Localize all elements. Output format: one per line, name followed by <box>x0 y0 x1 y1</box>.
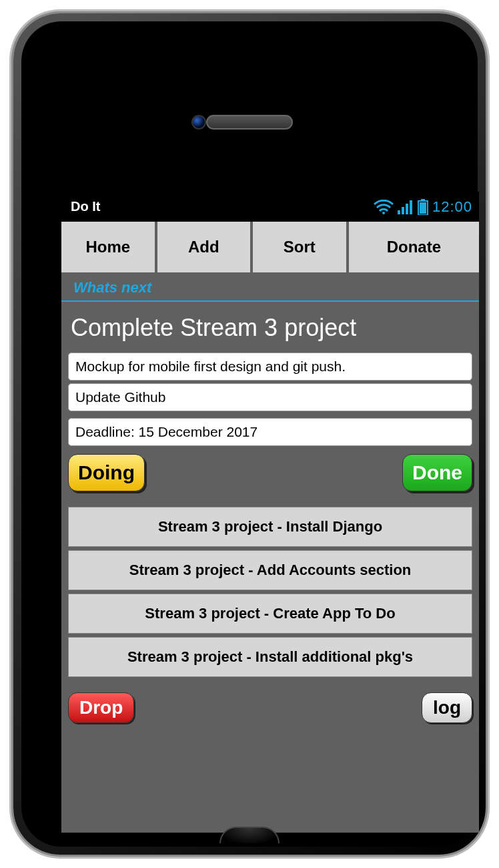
nav-bar: Home Add Sort Donate <box>61 222 479 272</box>
svg-rect-7 <box>420 202 426 214</box>
status-icons: 12:00 <box>374 198 472 216</box>
task-deadline[interactable]: Deadline: 15 December 2017 <box>68 418 472 446</box>
nav-donate-button[interactable]: Donate <box>349 222 479 272</box>
backlog-item[interactable]: Stream 3 project - Create App To Do <box>68 594 472 634</box>
wifi-icon <box>374 200 394 214</box>
svg-rect-3 <box>406 204 408 214</box>
phone-bezel: Do It <box>21 21 478 847</box>
task-deadline-text: Deadline: 15 December 2017 <box>75 424 258 440</box>
section-header: Whats next <box>61 272 479 302</box>
status-bar: Do It <box>61 192 479 222</box>
task-note-text: Update Github <box>75 389 165 405</box>
log-button[interactable]: log <box>422 692 472 723</box>
task-note[interactable]: Mockup for mobile first design and git p… <box>68 353 472 381</box>
front-camera <box>191 115 206 130</box>
backlog-list: Stream 3 project - Install Django Stream… <box>61 507 479 677</box>
task-notes-group: Mockup for mobile first design and git p… <box>61 353 479 411</box>
task-title: Complete Stream 3 project <box>61 302 479 350</box>
backlog-item[interactable]: Stream 3 project - Install Django <box>68 507 472 547</box>
home-button[interactable] <box>219 827 280 843</box>
svg-rect-1 <box>398 210 400 214</box>
done-button[interactable]: Done <box>402 454 472 491</box>
doing-button[interactable]: Doing <box>68 454 145 491</box>
svg-point-0 <box>382 212 385 214</box>
footer-row: Drop log <box>61 680 479 730</box>
signal-icon <box>398 200 414 214</box>
screen: Do It <box>61 192 479 833</box>
backlog-item[interactable]: Stream 3 project - Add Accounts section <box>68 550 472 590</box>
task-note-text: Mockup for mobile first design and git p… <box>75 359 346 375</box>
task-note[interactable]: Update Github <box>68 383 472 411</box>
app-name: Do It <box>68 199 374 214</box>
svg-rect-4 <box>410 200 412 214</box>
nav-sort-button[interactable]: Sort <box>253 222 346 272</box>
clock: 12:00 <box>432 198 472 216</box>
nav-home-button[interactable]: Home <box>61 222 155 272</box>
earpiece-speaker <box>206 115 293 130</box>
phone-frame: Do It <box>13 13 486 855</box>
svg-rect-2 <box>402 207 404 214</box>
task-action-row: Doing Done <box>61 449 479 503</box>
nav-add-button[interactable]: Add <box>157 222 251 272</box>
drop-button[interactable]: Drop <box>68 692 134 723</box>
battery-icon <box>418 199 428 215</box>
backlog-item[interactable]: Stream 3 project - Install additional pk… <box>68 637 472 677</box>
